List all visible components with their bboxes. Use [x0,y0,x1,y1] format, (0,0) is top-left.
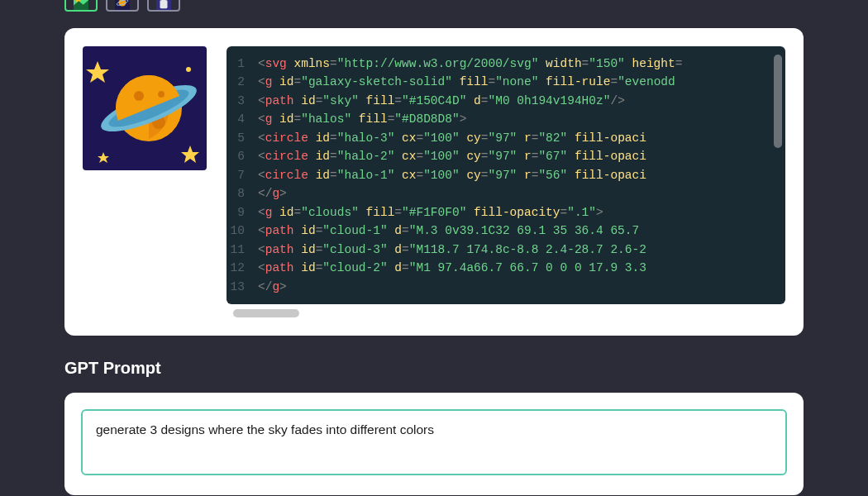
svg-point-22 [134,91,144,101]
line-number: 4 [227,110,258,128]
code-content: <circle id="halo-2" cx="100" cy="97" r="… [258,147,646,165]
svg-point-12 [186,67,191,72]
code-line: 1<svg xmlns="http://www.w3.org/2000/svg"… [227,55,772,73]
code-line: 10 <path id="cloud-1" d="M.3 0v39.1C32 6… [227,222,772,240]
prompt-card [64,393,804,495]
thumbnail-3[interactable] [147,0,180,12]
line-number: 10 [227,222,258,240]
horizontal-scrollbar[interactable] [227,309,785,317]
code-line: 7 <circle id="halo-1" cx="100" cy="97" r… [227,166,772,184]
code-line: 5 <circle id="halo-3" cx="100" cy="97" r… [227,129,772,147]
code-content: <circle id="halo-1" cx="100" cy="97" r="… [258,166,646,184]
code-content: <path id="cloud-3" d="M118.7 174.8c-8.8 … [258,241,646,259]
code-line: 4 <g id="halos" fill="#D8D8D8"> [227,110,772,128]
line-number: 5 [227,129,258,147]
preview-image [83,46,207,174]
line-number: 3 [227,92,258,110]
thumbnail-2[interactable] [106,0,139,12]
code-line: 2<g id="galaxy-sketch-solid" fill="none"… [227,73,772,91]
code-content: </g> [258,184,287,203]
line-number: 6 [227,147,258,165]
code-line: 3 <path id="sky" fill="#150C4D" d="M0 0h… [227,92,772,110]
code-line: 11 <path id="cloud-3" d="M118.7 174.8c-8… [227,241,772,259]
code-line: 13 </g> [227,278,772,296]
code-line: 12 <path id="cloud-2" d="M1 97.4a66.7 66… [227,259,772,277]
thumbnail-1[interactable] [64,0,98,12]
code-content: <g id="galaxy-sketch-solid" fill="none" … [258,73,675,91]
line-number: 1 [227,55,258,73]
code-block[interactable]: 1<svg xmlns="http://www.w3.org/2000/svg"… [227,46,785,304]
line-number: 2 [227,73,258,91]
line-number: 9 [227,203,258,222]
code-line: 8 </g> [227,184,772,203]
horizontal-scrollbar-thumb[interactable] [233,309,299,317]
svg-rect-6 [160,0,168,8]
code-content: <svg xmlns="http://www.w3.org/2000/svg" … [258,55,682,73]
thumbnail-strip [0,0,868,28]
section-title: GPT Prompt [64,359,868,378]
line-number: 7 [227,166,258,184]
vertical-scrollbar-thumb[interactable] [774,55,782,148]
code-content: <circle id="halo-3" cx="100" cy="97" r="… [258,129,646,147]
code-content: <g id="halos" fill="#D8D8D8"> [258,110,466,128]
code-content: <path id="cloud-2" d="M1 97.4a66.7 66.7 … [258,259,646,277]
line-number: 13 [227,278,258,296]
line-number: 8 [227,184,258,203]
code-line: 9 <g id="clouds" fill="#F1F0F0" fill-opa… [227,203,772,222]
code-content: </g> [258,278,287,296]
code-line: 6 <circle id="halo-2" cx="100" cy="97" r… [227,147,772,165]
line-number: 12 [227,259,258,277]
vertical-scrollbar[interactable] [774,55,782,299]
svg-code-card: 1<svg xmlns="http://www.w3.org/2000/svg"… [64,28,804,336]
code-editor: 1<svg xmlns="http://www.w3.org/2000/svg"… [227,46,785,317]
line-number: 11 [227,241,258,259]
code-content: <g id="clouds" fill="#F1F0F0" fill-opaci… [258,203,603,222]
prompt-input[interactable] [81,409,787,475]
code-content: <path id="sky" fill="#150C4D" d="M0 0h19… [258,92,625,110]
code-content: <path id="cloud-1" d="M.3 0v39.1C32 69.1… [258,222,639,240]
svg-point-23 [158,91,165,98]
